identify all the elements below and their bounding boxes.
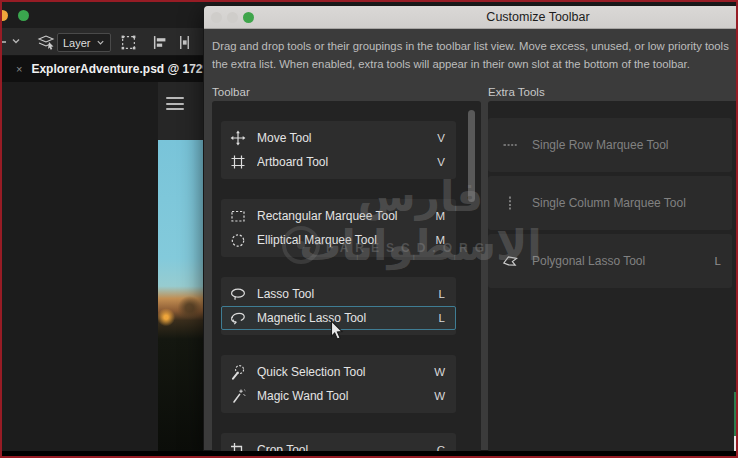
toolbar-item-lasso-tool[interactable]: Lasso ToolL [221, 282, 456, 306]
tool-shortcut: L [715, 255, 721, 267]
dialog-zoom-button[interactable] [243, 12, 254, 23]
layer-dropdown[interactable]: Layer [57, 33, 111, 52]
elliptical-marquee-icon [230, 232, 246, 248]
edge-artifact-white [734, 436, 737, 451]
toolbar-item-elliptical-marquee-tool[interactable]: Elliptical Marquee ToolM [221, 228, 456, 252]
extra-tool-group: Single Column Marquee Tool [488, 176, 732, 230]
align-left-edges-icon[interactable] [151, 33, 167, 51]
tool-group: Lasso ToolLMagnetic Lasso ToolL [221, 277, 456, 335]
customize-toolbar-dialog: Customize Toolbar Drag and drop tools or… [203, 5, 738, 451]
tool-name: Elliptical Marquee Tool [257, 233, 435, 247]
tool-shortcut: W [434, 390, 445, 402]
tool-shortcut: L [439, 312, 445, 324]
lasso-tool-icon [230, 286, 246, 302]
options-dot [1, 40, 7, 44]
dialog-minimize-button[interactable] [227, 12, 238, 23]
toolbar-item-artboard-tool[interactable]: Artboard ToolV [221, 150, 456, 174]
quick-selection-icon [230, 364, 246, 380]
document-photo-preview [158, 140, 203, 451]
instructions-line2: the extra list. When enabled, extra tool… [212, 55, 738, 73]
toolbar-column-label: Toolbar [212, 86, 250, 98]
tool-name: Magic Wand Tool [257, 389, 434, 403]
tool-name: Single Row Marquee Tool [532, 138, 721, 152]
toolbar-list-scrollbar[interactable] [468, 110, 475, 202]
tool-name: Polygonal Lasso Tool [532, 254, 715, 268]
tool-name: Rectangular Marquee Tool [257, 209, 435, 223]
tool-shortcut: V [437, 132, 445, 144]
dialog-instructions: Drag and drop tools or their groupings i… [212, 37, 738, 73]
magic-wand-icon [230, 388, 246, 404]
extra-tools-column-label: Extra Tools [488, 86, 545, 98]
tool-group: Move ToolVArtboard ToolV [221, 121, 456, 179]
edge-artifact-green [734, 392, 737, 436]
tab-close-icon[interactable]: × [16, 63, 22, 75]
polygonal-lasso-icon [502, 253, 518, 269]
auto-select-icon[interactable] [36, 32, 56, 52]
tool-shortcut: V [437, 156, 445, 168]
extra-tool-group: Polygonal Lasso ToolL [488, 234, 732, 288]
chevron-down-icon[interactable] [10, 35, 22, 47]
toolbar-item-magic-wand-tool[interactable]: Magic Wand ToolW [221, 384, 456, 408]
dialog-title: Customize Toolbar [486, 10, 589, 24]
move-tool-icon [230, 130, 246, 146]
dialog-close-button[interactable] [211, 12, 222, 23]
panel-strip [158, 82, 203, 140]
tool-name: Magnetic Lasso Tool [257, 311, 439, 325]
toolbar-item-rectangular-marquee-tool[interactable]: Rectangular Marquee ToolM [221, 204, 456, 228]
transform-controls-icon[interactable] [119, 33, 137, 51]
tool-shortcut: M [435, 210, 445, 222]
tool-name: Artboard Tool [257, 155, 437, 169]
magnetic-lasso-icon [230, 310, 246, 326]
layer-dropdown-value: Layer [63, 37, 91, 49]
tool-group: Rectangular Marquee ToolMElliptical Marq… [221, 199, 456, 257]
toolbar-item-move-tool[interactable]: Move ToolV [221, 126, 456, 150]
window-minimize-button[interactable] [0, 10, 8, 21]
align-center-icon[interactable] [176, 33, 192, 51]
extra-item-single-column-marquee-tool[interactable]: Single Column Marquee Tool [488, 191, 732, 215]
artboard-tool-icon [230, 154, 246, 170]
tool-shortcut: M [435, 234, 445, 246]
tool-name: Quick Selection Tool [257, 365, 434, 379]
tool-name: Move Tool [257, 131, 437, 145]
tool-group: Quick Selection ToolWMagic Wand ToolW [221, 355, 456, 413]
bottom-letterbox [0, 451, 738, 458]
toolbar-item-quick-selection-tool[interactable]: Quick Selection ToolW [221, 360, 456, 384]
chevron-down-icon [96, 38, 105, 47]
extra-tool-group: Single Row Marquee Tool [488, 118, 732, 172]
extra-item-single-row-marquee-tool[interactable]: Single Row Marquee Tool [488, 133, 732, 157]
panel-menu-icon[interactable] [166, 97, 184, 110]
instructions-line1: Drag and drop tools or their groupings i… [212, 37, 738, 55]
screenshot-root: Layer × ExplorerAdventure.psd @ 172% (M … [0, 0, 738, 458]
extra-tools-list: Single Row Marquee ToolSingle Column Mar… [488, 101, 738, 452]
tool-shortcut: W [434, 366, 445, 378]
window-zoom-button[interactable] [18, 10, 29, 21]
document-tab-title[interactable]: ExplorerAdventure.psd @ 172% (M [31, 62, 230, 76]
dialog-titlebar[interactable]: Customize Toolbar [204, 6, 738, 29]
tool-name: Lasso Tool [257, 287, 439, 301]
toolbar-tool-list: Move ToolVArtboard ToolVRectangular Marq… [212, 101, 481, 452]
rectangular-marquee-icon [230, 208, 246, 224]
extra-item-polygonal-lasso-tool[interactable]: Polygonal Lasso ToolL [488, 249, 732, 273]
toolbar-item-magnetic-lasso-tool[interactable]: Magnetic Lasso ToolL [221, 306, 456, 330]
single-column-marquee-icon [502, 195, 518, 211]
single-row-marquee-icon [502, 137, 518, 153]
tool-shortcut: L [439, 288, 445, 300]
tool-name: Single Column Marquee Tool [532, 196, 721, 210]
